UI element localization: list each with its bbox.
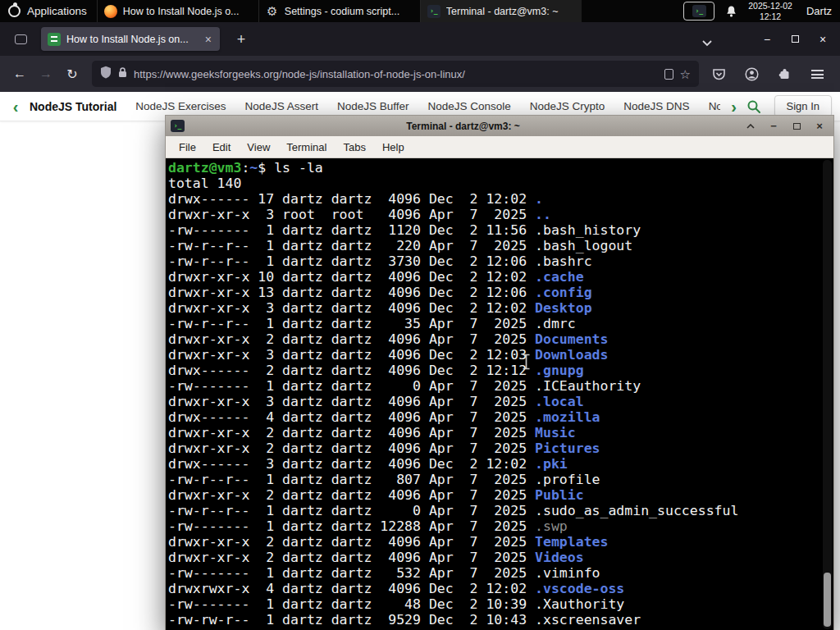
reload-button[interactable]: ↻ <box>59 62 85 86</box>
terminal-app-icon: ›_ <box>171 120 185 132</box>
new-tab-button[interactable]: + <box>231 29 252 50</box>
taskbar-button-firefox[interactable]: How to Install Node.js o... <box>97 0 258 22</box>
site-favicon <box>48 33 61 46</box>
terminal-line: -rw------- 1 dartz dartz 12288 Apr 7 202… <box>168 518 820 534</box>
back-button[interactable]: ← <box>7 62 33 86</box>
scrollbar-thumb[interactable] <box>824 573 831 627</box>
menu-button[interactable] <box>804 62 830 86</box>
applications-menu[interactable]: Applications <box>0 0 97 22</box>
terminal-menu-help[interactable]: Help <box>374 136 413 158</box>
taskbar: How to Install Node.js o...⚙Settings - c… <box>97 0 582 22</box>
notification-bell-icon[interactable] <box>725 5 737 18</box>
terminal-line: -rw-rw-r-- 1 dartz dartz 9529 Dec 2 10:4… <box>168 612 820 628</box>
toolbar-right <box>705 62 833 86</box>
terminal-line: drwxr-xr-x 3 dartz dartz 4096 Apr 7 2025… <box>168 394 820 409</box>
applications-label: Applications <box>27 5 87 17</box>
terminal-menu-terminal[interactable]: Terminal <box>278 136 335 158</box>
terminal-line: drwx------ 4 dartz dartz 4096 Apr 7 2025… <box>168 409 820 425</box>
site-nav-link[interactable]: NodeJS Buffer <box>337 100 409 112</box>
applications-icon <box>8 5 21 17</box>
window-close-button[interactable]: × <box>809 22 837 56</box>
window-restore-button[interactable] <box>781 22 809 56</box>
terminal-line: drwxr-xr-x 3 dartz dartz 4096 Dec 2 12:0… <box>168 347 820 363</box>
window-controls: − × <box>753 22 837 56</box>
terminal-icon: ›_ <box>692 5 706 17</box>
user-menu[interactable]: Dartz <box>803 5 832 17</box>
terminal-menu-edit[interactable]: Edit <box>204 136 239 158</box>
account-icon[interactable] <box>738 62 765 86</box>
firefox-view-button[interactable] <box>10 29 31 50</box>
url-bar[interactable]: https://www.geeksforgeeks.org/node-js/in… <box>92 61 699 87</box>
terminal-icon: ›_ <box>427 5 441 18</box>
nav-scroll-right-icon[interactable]: › <box>727 98 742 115</box>
terminal-line: drwxr-xr-x 2 dartz dartz 4096 Apr 7 2025… <box>168 487 820 503</box>
terminal-line: drwx------ 2 dartz dartz 4096 Dec 2 12:1… <box>168 363 820 378</box>
panel-right: ›_ 2025-12-02 12:12 Dartz <box>683 0 840 22</box>
terminal-line: drwxr-xr-x 13 dartz dartz 4096 Dec 2 12:… <box>168 285 820 300</box>
site-nav-link[interactable]: NodeJS Crypto <box>530 100 605 112</box>
terminal-line: drwxr-xr-x 2 dartz dartz 4096 Apr 7 2025… <box>168 331 820 347</box>
window-minimize-button[interactable]: − <box>753 22 781 56</box>
tab-title: How to Install Node.js on... <box>66 34 198 45</box>
site-nav-link[interactable]: NodeJS Tutorial <box>30 100 116 113</box>
terminal-line: drwxr-xr-x 2 dartz dartz 4096 Apr 7 2025… <box>168 441 820 456</box>
site-nav-items: NodeJS TutorialNodeJS ExercisesNodeJS As… <box>30 100 720 113</box>
site-nav-link[interactable]: NodeJS Assert <box>245 100 318 112</box>
terminal-line: drwxr-xr-x 2 dartz dartz 4096 Apr 7 2025… <box>168 550 820 565</box>
tab-bar: How to Install Node.js on... × + − × <box>0 22 840 56</box>
taskbar-button-label: Settings - codium script... <box>285 6 413 17</box>
tab-close-button[interactable]: × <box>203 32 213 47</box>
site-nav-link[interactable]: NodeJS DNS <box>623 100 689 112</box>
navigation-toolbar: ← → ↻ https://www.geeksforgeeks.org/node… <box>0 56 840 92</box>
list-tabs-button[interactable] <box>702 35 712 50</box>
terminal-line: -rw------- 1 dartz dartz 0 Apr 7 2025 .I… <box>168 378 820 394</box>
bookmark-star-icon[interactable]: ☆ <box>680 68 691 80</box>
terminal-line: drwxr-xr-x 10 dartz dartz 4096 Dec 2 12:… <box>168 269 820 285</box>
extensions-icon[interactable] <box>771 62 797 86</box>
taskbar-button-settings[interactable]: ⚙Settings - codium script... <box>258 0 420 22</box>
terminal-line: -rw------- 1 dartz dartz 48 Dec 2 10:39 … <box>168 596 820 612</box>
clock[interactable]: 2025-12-02 12:12 <box>748 1 792 21</box>
site-nav-link[interactable]: NodeJS Exercises <box>135 100 226 112</box>
settings-icon: ⚙ <box>266 5 279 18</box>
terminal-title: Terminal - dartz@vm3: ~ <box>189 121 737 132</box>
sign-in-button[interactable]: Sign In <box>774 95 832 117</box>
url-text[interactable]: https://www.geeksforgeeks.org/node-js/in… <box>134 68 658 80</box>
terminal-line: -rw-r--r-- 1 dartz dartz 220 Apr 7 2025 … <box>168 238 820 253</box>
terminal-line: drwxr-xr-x 3 dartz dartz 4096 Dec 2 12:0… <box>168 300 820 316</box>
terminal-line: drwxrwxr-x 4 dartz dartz 4096 Dec 2 12:0… <box>168 581 820 596</box>
terminal-line: dartz@vm3:~$ ls -la <box>168 160 820 176</box>
terminal-menu-file[interactable]: File <box>171 136 204 158</box>
lock-icon[interactable] <box>118 66 127 81</box>
nav-scroll-left-icon[interactable]: ‹ <box>8 98 23 115</box>
terminal-lines: dartz@vm3:~$ ls -latotal 140drwx------ 1… <box>168 160 820 628</box>
terminal-maximize-button[interactable] <box>788 118 806 134</box>
tracking-shield-icon[interactable] <box>100 66 112 82</box>
search-icon[interactable] <box>742 99 766 114</box>
desktop: Applications How to Install Node.js o...… <box>0 0 840 630</box>
terminal-scrollbar[interactable] <box>823 160 832 629</box>
top-panel: Applications How to Install Node.js o...… <box>0 0 840 22</box>
browser-tab[interactable]: How to Install Node.js on... × <box>41 27 220 51</box>
tray-terminal-icon[interactable]: ›_ <box>683 2 714 21</box>
site-nav-link[interactable]: Node <box>709 100 720 112</box>
terminal-line: drwxr-xr-x 2 dartz dartz 4096 Apr 7 2025… <box>168 534 820 550</box>
terminal-minimize-button[interactable]: − <box>765 118 783 134</box>
terminal-titlebar[interactable]: ›_ Terminal - dartz@vm3: ~ − × <box>166 116 833 136</box>
pocket-icon[interactable] <box>705 62 732 86</box>
taskbar-button-terminal[interactable]: ›_Terminal - dartz@vm3: ~ <box>420 0 582 22</box>
forward-button[interactable]: → <box>33 62 59 86</box>
terminal-line: drwx------ 17 dartz dartz 4096 Dec 2 12:… <box>168 191 820 207</box>
terminal-close-button[interactable]: × <box>810 118 829 134</box>
terminal-menubar: FileEditViewTerminalTabsHelp <box>166 136 833 158</box>
reader-mode-icon[interactable] <box>664 69 673 80</box>
terminal-output[interactable]: dartz@vm3:~$ ls -latotal 140drwx------ 1… <box>166 158 833 630</box>
terminal-menu-view[interactable]: View <box>239 136 278 158</box>
mouse-cursor <box>521 354 532 373</box>
shade-button[interactable] <box>742 118 760 134</box>
terminal-line: drwxr-xr-x 3 root root 4096 Apr 7 2025 .… <box>168 207 820 222</box>
site-nav-link[interactable]: NodeJS Console <box>427 100 510 112</box>
terminal-line: -rw-r--r-- 1 dartz dartz 0 Apr 7 2025 .s… <box>168 503 820 518</box>
terminal-line: drwxr-xr-x 2 dartz dartz 4096 Apr 7 2025… <box>168 425 820 441</box>
terminal-menu-tabs[interactable]: Tabs <box>335 136 373 158</box>
